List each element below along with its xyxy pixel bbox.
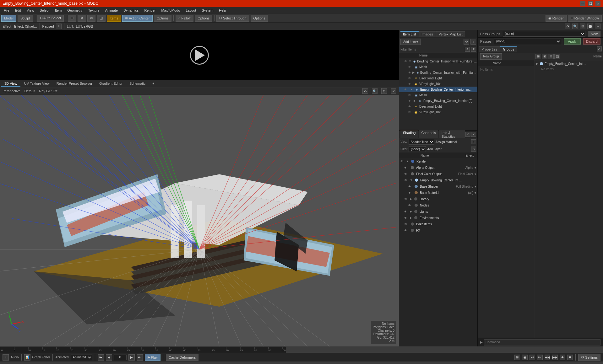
eye-icon-9[interactable]: 👁: [408, 105, 412, 108]
properties-expand-btn[interactable]: ⤢: [597, 46, 602, 51]
shader-eye-bake[interactable]: 👁: [404, 222, 409, 226]
command-input[interactable]: [484, 339, 600, 345]
group-tree-icon-1[interactable]: ⊞: [535, 54, 541, 59]
group-tree-icon-2[interactable]: ⊠: [542, 54, 547, 59]
eye-icon-7[interactable]: 👁: [408, 94, 412, 97]
menu-texture[interactable]: Texture: [86, 8, 102, 13]
eye-icon-2[interactable]: 👁: [408, 65, 412, 69]
transport-icon-1[interactable]: ⊞: [514, 355, 520, 360]
viewport-zoom-icon[interactable]: 🔍: [372, 88, 378, 94]
eye-icon-1[interactable]: 👁: [404, 60, 407, 63]
close-button[interactable]: ✕: [595, 1, 600, 6]
options-btn-1[interactable]: Options: [154, 15, 171, 22]
item-row-7[interactable]: 👁 ▣ Mesh: [399, 92, 477, 98]
tab-images[interactable]: Images: [419, 31, 436, 37]
shader-eye-base-mat[interactable]: 👁: [408, 191, 412, 195]
item-list-icon-2[interactable]: +: [470, 39, 476, 45]
toolbar2-icon-3[interactable]: ⊡: [580, 24, 585, 29]
menu-item[interactable]: Item: [52, 8, 64, 13]
tb-icon-2[interactable]: ⊠: [78, 15, 86, 22]
shader-eye-render[interactable]: 👁: [400, 160, 405, 163]
menu-edit[interactable]: Edit: [13, 8, 24, 13]
group-tree-icon-4[interactable]: ◫: [554, 54, 560, 59]
transport-icon-7[interactable]: ⏺: [560, 355, 565, 360]
shader-row-render[interactable]: 👁 ▼ Render: [399, 158, 477, 164]
transport-icon-2[interactable]: ◉: [522, 355, 528, 360]
toolbar2-icon-5[interactable]: ↔: [595, 24, 600, 29]
menu-file[interactable]: File: [1, 8, 12, 13]
shader-tree-select[interactable]: Shader Tree: [409, 139, 434, 145]
menu-help[interactable]: Help: [216, 8, 229, 13]
render-window-btn[interactable]: ⊞ Render Window: [568, 15, 602, 22]
add-item-button[interactable]: Add Item ▾: [400, 39, 421, 45]
eye-icon-6[interactable]: 👁: [404, 88, 409, 91]
filter-s-button[interactable]: S: [465, 47, 470, 52]
toolbar2-icon-2[interactable]: 🔍: [572, 24, 578, 29]
menu-maxtomodo[interactable]: MaxToModo: [159, 8, 182, 13]
tab-item-list[interactable]: Item List: [400, 31, 419, 37]
item-row-5[interactable]: 👁 ◉ VRayLight_10x: [399, 81, 477, 87]
falloff-btn[interactable]: ○ Falloff: [176, 15, 193, 22]
items-tab[interactable]: Items: [107, 15, 121, 22]
prev-frame-btn[interactable]: ◀: [106, 354, 112, 361]
toolbar2-icon-4[interactable]: ⬤: [587, 24, 593, 29]
transport-icon-5[interactable]: ◀◀: [545, 355, 550, 360]
tab-add[interactable]: +: [149, 81, 157, 87]
action-center-tab[interactable]: ⊕ Action Center: [122, 15, 153, 22]
item-row-3[interactable]: 👁 ▶ ◈ Bowling_Center_Interior_with_Furni…: [399, 70, 477, 75]
tab-3d-view[interactable]: 3D View: [1, 81, 20, 87]
viewport-settings-icon[interactable]: ⚙: [362, 88, 368, 94]
shader-row-bake[interactable]: 👁 Bake Items: [399, 221, 477, 227]
new-group-btn[interactable]: New Group: [480, 53, 502, 60]
mode-model-button[interactable]: Model: [1, 15, 16, 22]
passes-select[interactable]: (none): [494, 39, 561, 44]
item-row-2[interactable]: 👁 ▣ Mesh: [399, 64, 477, 70]
item-row-1[interactable]: 👁 ▼ ◈ Bowling_Center_Interior_with_Furni…: [399, 58, 477, 64]
shader-eye-nodes[interactable]: 👁: [408, 204, 412, 207]
shader-eye-base-shader[interactable]: 👁: [408, 185, 412, 188]
prev-key-btn[interactable]: ⏮: [98, 354, 104, 361]
menu-animate[interactable]: Animate: [103, 8, 120, 13]
shader-eye-alpha[interactable]: 👁: [404, 166, 409, 169]
shader-row-environments[interactable]: 👁 ▶ Environments: [399, 215, 477, 221]
eye-icon-5[interactable]: 👁: [408, 82, 412, 86]
menu-system[interactable]: System: [199, 8, 216, 13]
group-tree-icon-3[interactable]: ⧉: [548, 54, 554, 59]
graph-editor-btn[interactable]: 📊: [24, 354, 30, 361]
settings-btn[interactable]: ⚙ Settings: [578, 354, 600, 361]
item-row-4[interactable]: 👁 ☀ Directional Light: [399, 75, 477, 81]
menu-layout[interactable]: Layout: [183, 8, 198, 13]
shader-f-btn[interactable]: F: [471, 139, 476, 144]
eye-icon-3[interactable]: 👁: [408, 71, 411, 74]
tab-gradient-editor[interactable]: Gradient Editor: [96, 81, 126, 87]
menu-select[interactable]: Select: [37, 8, 52, 13]
shader-eye-final[interactable]: 👁: [404, 172, 409, 176]
minimize-button[interactable]: —: [580, 1, 585, 6]
mode-sculpt-button[interactable]: Sculpt: [18, 15, 33, 22]
shading-close-btn[interactable]: ✕: [471, 132, 476, 137]
shader-row-alpha[interactable]: 👁 Alpha Output Alpha ▾: [399, 164, 477, 171]
tab-uv-texture[interactable]: UV Texture View: [21, 81, 53, 87]
transport-icon-3[interactable]: ⏮: [530, 355, 535, 360]
eye-icon-4[interactable]: 👁: [408, 77, 412, 80]
menu-geometry[interactable]: Geometry: [65, 8, 85, 13]
frame-input[interactable]: [114, 355, 127, 360]
tab-groups[interactable]: Groups: [500, 46, 517, 52]
item-list-content[interactable]: 👁 ▼ ◈ Bowling_Center_Interior_with_Furni…: [399, 58, 477, 130]
shader-row-final-color[interactable]: 👁 Final Color Output Final Color ▾: [399, 171, 477, 177]
tab-vertex-map[interactable]: Vertex Map List: [436, 31, 465, 37]
shader-eye-env[interactable]: 👁: [404, 216, 409, 220]
options-btn-3[interactable]: Options: [251, 15, 268, 22]
play-button-transport[interactable]: ▶ Play: [145, 354, 160, 361]
tb-icon-3[interactable]: ⧉: [87, 15, 95, 22]
pause-button[interactable]: ⏸: [56, 24, 62, 29]
audio-btn[interactable]: ♪: [3, 354, 9, 361]
item-row-10[interactable]: 👁 ◉ VRayLight_10x: [399, 109, 477, 115]
options-btn-2[interactable]: Options: [195, 15, 212, 22]
next-key-btn[interactable]: ⏭: [137, 354, 143, 361]
animated-select[interactable]: Animated: [71, 355, 92, 360]
render-btn[interactable]: ◉ Render: [546, 15, 567, 22]
item-row-6[interactable]: 👁 ▼ ◈ Empty_Bowling_Center_Interior_m...: [399, 87, 477, 92]
transport-icon-4[interactable]: ⏭: [537, 355, 543, 360]
discard-button[interactable]: Discard: [583, 38, 600, 45]
